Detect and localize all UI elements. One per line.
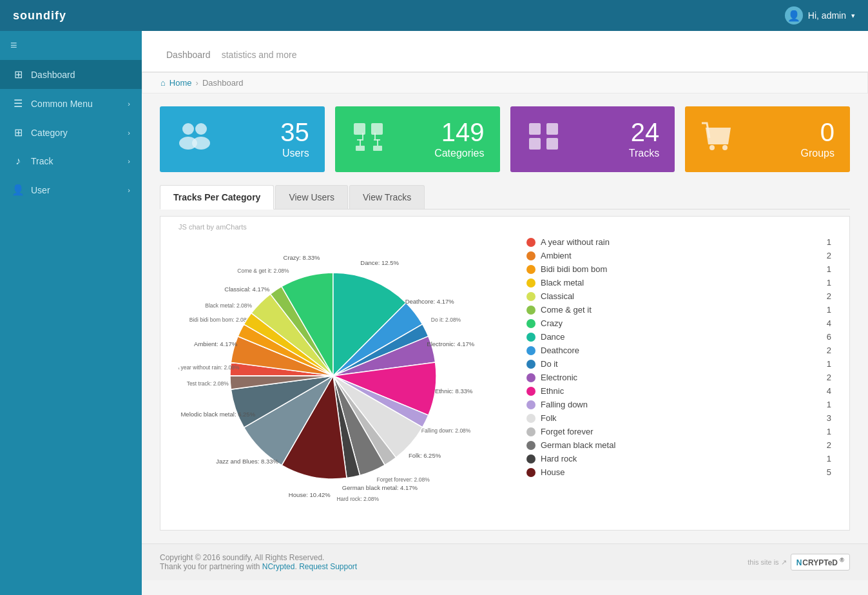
pie-label: Deathcore: 4.17%: [405, 298, 455, 305]
pie-label-small: Test track: 2.08%: [187, 380, 229, 387]
svg-point-0: [182, 123, 194, 135]
legend-label: Hard rock: [541, 454, 813, 463]
svg-rect-13: [373, 146, 382, 151]
pie-label: Jazz and Blues: 8.33%: [216, 458, 278, 465]
legend-count: 2: [818, 346, 831, 355]
pie-label: House: 10.42%: [289, 491, 331, 498]
legend-item: Crazy 4: [526, 318, 831, 328]
tab-view-tracks[interactable]: View Tracks: [349, 185, 425, 209]
sidebar-item-user[interactable]: 👤 User ›: [0, 175, 142, 204]
legend-label: Ambient: [541, 251, 813, 260]
legend-count: 5: [818, 467, 831, 477]
legend-label: Electronic: [541, 373, 813, 382]
user-menu[interactable]: 👤 Hi, admin ▾: [785, 6, 855, 24]
legend-dot: [526, 278, 535, 288]
legend-label: Come & get it: [541, 305, 813, 315]
ncrypted-badge-label: NCRYPTeD ®: [791, 554, 850, 571]
sidebar-item-label: Category: [31, 128, 68, 138]
sidebar-item-label: Dashboard: [31, 70, 75, 80]
legend-label: Crazy: [541, 318, 813, 328]
categories-icon: [351, 120, 386, 159]
svg-rect-15: [546, 123, 558, 135]
legend-dot: [526, 468, 535, 477]
stat-cards-container: 35 Users: [142, 93, 868, 185]
svg-rect-16: [529, 138, 541, 150]
breadcrumb-home-link[interactable]: Home: [169, 78, 192, 88]
groups-label: Groups: [801, 148, 834, 159]
legend-label: Ethnic: [541, 386, 813, 396]
ncrypted-link[interactable]: NCrypted: [262, 562, 295, 571]
groups-count: 0: [801, 119, 834, 145]
legend-label: Folk: [541, 413, 813, 423]
sidebar-toggle-button[interactable]: ≡: [0, 31, 142, 60]
user-greeting: Hi, admin: [808, 10, 846, 21]
sidebar-item-track[interactable]: ♪ Track ›: [0, 147, 142, 175]
tab-tracks-per-category[interactable]: Tracks Per Category: [160, 185, 274, 210]
users-icon: [175, 120, 214, 159]
svg-point-3: [192, 137, 210, 150]
pie-label: Melodic black metal: 6.25%: [180, 411, 255, 418]
legend-dot: [526, 441, 535, 450]
pie-label-small: Come & get it: 2.08%: [237, 268, 289, 274]
sidebar-item-dashboard[interactable]: ⊞ Dashboard: [0, 60, 142, 89]
tab-view-users[interactable]: View Users: [275, 185, 348, 209]
list-icon: ☰: [12, 97, 24, 110]
legend-dot: [526, 400, 535, 409]
support-link[interactable]: Request Support: [299, 562, 357, 571]
svg-rect-17: [546, 138, 558, 150]
chevron-right-icon: ›: [128, 157, 130, 165]
svg-rect-10: [360, 139, 361, 146]
legend-dot: [526, 251, 535, 260]
sidebar-item-label: User: [31, 185, 50, 195]
legend-label: Bidi bidi bom bom: [541, 264, 813, 274]
sidebar-item-label: Common Menu: [31, 99, 93, 109]
legend-item: Deathcore 2: [526, 346, 831, 355]
legend-dot: [526, 306, 535, 315]
pie-label-small: Falling down: 2.08%: [421, 427, 471, 434]
legend-item: Folk 3: [526, 413, 831, 423]
groups-icon: [700, 120, 736, 159]
chart-area: JS chart by amCharts A year without rain…: [160, 216, 850, 531]
chart-source-label: JS chart by amCharts: [178, 223, 831, 231]
breadcrumb: ⌂ Home › Dashboard: [142, 72, 868, 93]
pie-label-small: A year without rain: 2.08%: [178, 364, 240, 371]
breadcrumb-separator: ›: [196, 78, 198, 88]
legend-label: Deathcore: [541, 346, 813, 355]
breadcrumb-current: Dashboard: [202, 78, 244, 88]
legend-item: Falling down 1: [526, 400, 831, 409]
legend-count: 6: [818, 332, 831, 342]
legend-count: 1: [818, 305, 831, 315]
legend-count: 1: [818, 237, 831, 247]
legend-label: Do it: [541, 359, 813, 369]
legend-dot: [526, 346, 535, 355]
tabs: Tracks Per Category View Users View Trac…: [160, 185, 850, 210]
legend-dot: [526, 427, 535, 436]
legend-label: Falling down: [541, 400, 813, 409]
tabs-container: Tracks Per Category View Users View Trac…: [142, 185, 868, 210]
users-label: Users: [280, 148, 309, 159]
legend-label: Classical: [541, 291, 813, 301]
track-icon: ♪: [12, 155, 24, 167]
legend-item: Ethnic 4: [526, 386, 831, 396]
stat-card-tracks-info: 24 Tracks: [629, 119, 659, 159]
dashboard-icon: ⊞: [12, 68, 24, 81]
pie-label-small: Bidi bidi bom bom: 2.08%: [189, 317, 252, 323]
chevron-right-icon: ›: [128, 129, 130, 137]
app-logo: soundify: [13, 9, 66, 23]
legend-dot: [526, 414, 535, 423]
legend-count: 2: [818, 251, 831, 260]
page-title: Dashboard statistics and more: [160, 43, 850, 63]
legend-count: 2: [818, 373, 831, 382]
page-header: Dashboard statistics and more: [142, 31, 868, 72]
legend-item: German black metal 2: [526, 440, 831, 450]
pie-label-small: Do it: 2.08%: [431, 317, 461, 323]
legend-dot: [526, 238, 535, 247]
pie-label-small: Forget forever: 2.08%: [376, 476, 430, 483]
legend-dot: [526, 333, 535, 342]
legend-count: 1: [818, 427, 831, 436]
sidebar-item-category[interactable]: ⊞ Category ›: [0, 118, 142, 147]
sidebar-item-common-menu[interactable]: ☰ Common Menu ›: [0, 89, 142, 118]
chevron-right-icon: ›: [128, 186, 130, 194]
tracks-icon: [526, 120, 561, 159]
stat-card-categories: 149 Categories: [335, 106, 500, 172]
